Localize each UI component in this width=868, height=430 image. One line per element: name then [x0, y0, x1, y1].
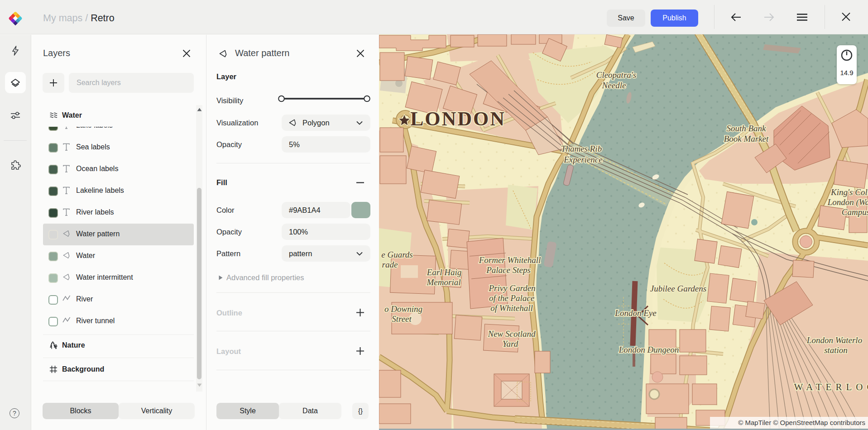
svg-text:station: station: [824, 345, 848, 355]
svg-text:o Downing: o Downing: [384, 304, 422, 314]
svg-text:rade: rade: [382, 260, 398, 269]
svg-text:King's Coll: King's Coll: [830, 187, 868, 197]
svg-text:New Scotland: New Scotland: [487, 329, 536, 339]
svg-text:LONDON: LONDON: [410, 108, 506, 130]
svg-text:Campus: Campus: [842, 207, 868, 217]
svg-text:Yard: Yard: [503, 339, 518, 349]
svg-text:WATERLOO: WATERLOO: [794, 382, 868, 392]
svg-text:Book Market: Book Market: [724, 134, 769, 143]
svg-text:Street: Street: [392, 314, 412, 324]
svg-text:of the Palace: of the Palace: [489, 293, 534, 303]
svg-text:Palace Steps: Palace Steps: [486, 265, 531, 275]
svg-text:Earl Haig: Earl Haig: [427, 268, 462, 277]
svg-text:Memorial: Memorial: [427, 277, 461, 287]
svg-text:e Guards: e Guards: [381, 250, 413, 259]
svg-text:Former Whitehall: Former Whitehall: [479, 255, 541, 265]
svg-text:London Waterlo: London Waterlo: [806, 335, 862, 345]
svg-text:South Bank: South Bank: [726, 124, 766, 133]
svg-text:Cleopatra's: Cleopatra's: [596, 70, 637, 80]
svg-text:London (Wa: London (Wa: [827, 197, 868, 207]
svg-text:Privy Garden: Privy Garden: [488, 283, 535, 293]
svg-text:London Dungeon: London Dungeon: [619, 345, 679, 354]
svg-text:Thames Rib: Thames Rib: [561, 144, 602, 153]
svg-text:London Eye: London Eye: [614, 308, 656, 318]
svg-text:of Whitehall: of Whitehall: [490, 303, 532, 313]
svg-text:Needle: Needle: [602, 81, 626, 90]
svg-text:Experience: Experience: [563, 155, 602, 164]
svg-text:Jubilee Gardens: Jubilee Gardens: [650, 284, 706, 293]
